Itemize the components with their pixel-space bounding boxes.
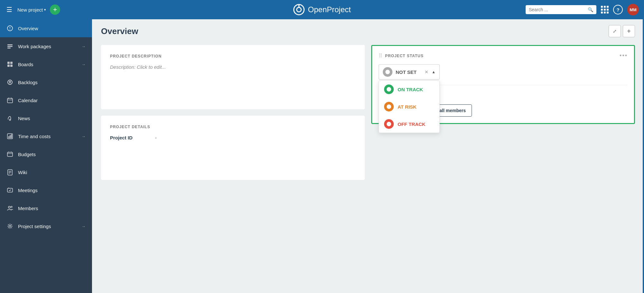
project-id-label: Project ID [110,135,155,140]
sidebar-item-calendar[interactable]: Calendar [0,91,92,109]
off-track-label: OFF TRACK [398,121,426,127]
project-selector[interactable]: New project ▾ [17,7,46,13]
svg-point-5 [10,29,10,30]
help-circle-icon: ? [613,5,623,14]
help-icon[interactable]: ? [613,5,623,14]
meetings-icon [6,187,14,194]
wiki-icon [6,169,14,176]
sidebar-item-meetings[interactable]: Meetings [0,181,92,199]
status-caret-icon[interactable]: ▲ [432,70,436,74]
sidebar-item-label-wiki: Wiki [18,170,86,175]
project-id-value: - [155,135,157,140]
user-avatar[interactable]: MM [627,4,639,15]
status-dropdown: ON TRACK AT RISK [379,80,440,133]
grid-apps-icon[interactable] [601,6,609,13]
add-project-button[interactable]: + [50,4,60,15]
at-risk-label: AT RISK [398,104,417,110]
expand-button[interactable]: ⤢ [609,25,621,37]
project-description-placeholder[interactable]: Description: Click to edit... [110,64,356,70]
status-circle-inner [385,70,390,74]
sidebar-item-work-packages[interactable]: Work packages → [0,37,92,55]
svg-rect-9 [7,62,10,64]
at-risk-circle [384,102,394,111]
search-icon: 🔍 [588,7,593,12]
boards-icon [6,61,14,68]
logo-text: OpenProject [308,5,351,14]
calendar-icon [6,97,14,104]
members-icon [6,205,14,212]
at-risk-circle-inner [387,104,391,109]
svg-rect-6 [7,44,13,45]
sidebar-item-overview[interactable]: Overview [0,19,92,37]
sidebar-item-label-members: Members [18,206,86,211]
sidebar-item-label-budgets: Budgets [18,152,86,157]
svg-point-1 [297,7,301,12]
logo-icon [293,4,305,15]
budgets-icon [6,151,14,158]
on-track-circle-inner [387,87,391,92]
status-option-off-track[interactable]: OFF TRACK [379,115,439,133]
page-header-actions: ⤢ + [609,25,635,37]
svg-rect-20 [8,136,9,138]
status-option-on-track[interactable]: ON TRACK [379,81,439,98]
sidebar-item-boards[interactable]: Boards → [0,55,92,73]
project-description-title: PROJECT DESCRIPTION [110,54,356,58]
sidebar-item-backlogs[interactable]: Backlogs [0,73,92,91]
off-track-circle [384,119,394,129]
sidebar-item-label-boards: Boards [18,62,77,67]
overview-icon [6,25,14,32]
status-card-title-row: ⠿ PROJECT STATUS [379,53,424,59]
grid-dots-icon [601,6,609,13]
project-status-card: ⠿ PROJECT STATUS ••• NOT SET [371,45,635,124]
sidebar-item-arrow-time-and-costs: → [81,134,86,139]
status-card-menu-button[interactable]: ••• [620,52,628,59]
sidebar-item-budgets[interactable]: Budgets [0,145,92,163]
time-and-costs-icon [6,133,14,140]
sidebar-item-arrow-boards: → [81,62,86,67]
svg-rect-14 [7,98,13,103]
sidebar-item-arrow-project-settings: → [81,224,86,229]
drag-handle-icon[interactable]: ⠿ [379,53,382,59]
sidebar-item-members[interactable]: Members [0,199,92,217]
sidebar-item-wiki[interactable]: Wiki [0,163,92,181]
main-content: Overview ⤢ + PROJECT DESCRIPTION Descrip… [92,19,644,293]
sidebar-item-time-and-costs[interactable]: Time and costs → [0,127,92,145]
sidebar-item-news[interactable]: News [0,109,92,127]
status-selected[interactable]: NOT SET ✕ ▲ [379,64,440,80]
add-widget-button[interactable]: + [623,25,635,37]
svg-rect-10 [10,62,13,64]
expand-icon: ⤢ [613,29,617,34]
project-description-card: PROJECT DESCRIPTION Description: Click t… [101,45,365,109]
sidebar-item-label-project-settings: Project settings [18,224,77,229]
project-details-card: PROJECT DETAILS Project ID - [101,116,365,180]
app-body: Overview Work packages → [0,19,644,293]
on-track-label: ON TRACK [398,87,423,92]
on-track-circle [384,84,394,94]
project-name: New project [17,7,43,13]
svg-rect-21 [10,135,11,138]
content-grid: PROJECT DESCRIPTION Description: Click t… [101,45,635,180]
search-input[interactable] [529,7,586,12]
page-header: Overview ⤢ + [92,19,644,41]
page-content: PROJECT DESCRIPTION Description: Click t… [92,41,644,293]
sidebar-item-project-settings[interactable]: Project settings → [0,217,92,235]
svg-rect-7 [7,46,13,47]
project-id-row: Project ID - [110,135,356,140]
menu-icon[interactable]: ☰ [5,4,14,15]
add-icon: + [627,28,631,35]
sidebar-item-label-news: News [18,116,86,121]
status-circle-not-set [383,67,392,77]
project-settings-icon [6,223,14,230]
work-packages-icon [6,43,14,50]
header-right: 🔍 ? MM [526,4,639,15]
sidebar: Overview Work packages → [0,19,92,293]
sidebar-item-label-calendar: Calendar [18,98,86,103]
status-dropdown-container: NOT SET ✕ ▲ ON TRACK [379,64,440,80]
right-column: ⠿ PROJECT STATUS ••• NOT SET [371,45,635,180]
sidebar-item-label-meetings: Meetings [18,188,86,193]
status-option-at-risk[interactable]: AT RISK [379,98,439,115]
status-clear-icon[interactable]: ✕ [425,69,428,75]
top-header: ☰ New project ▾ + OpenProject 🔍 [0,0,644,19]
app-logo: OpenProject [293,4,351,15]
search-box[interactable]: 🔍 [526,5,596,14]
